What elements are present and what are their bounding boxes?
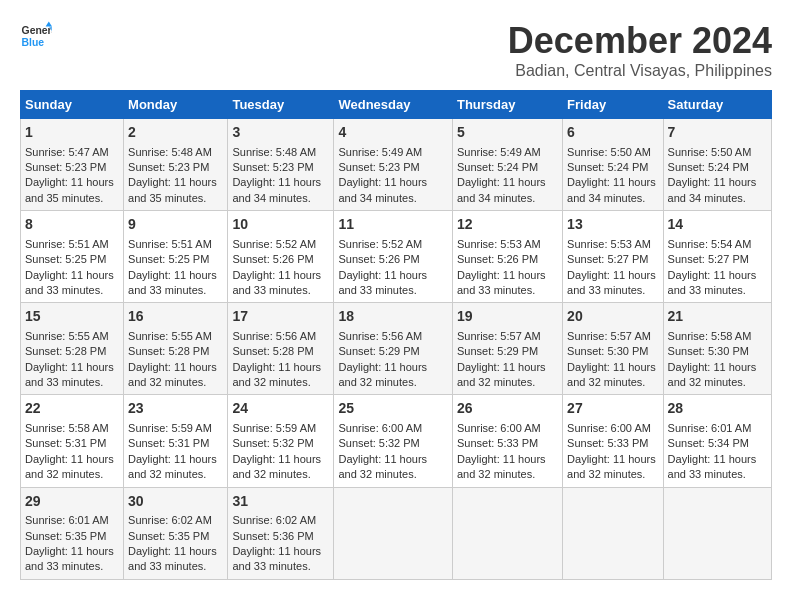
calendar-cell: 9Sunrise: 5:51 AMSunset: 5:25 PMDaylight…: [124, 211, 228, 303]
date-number: 12: [457, 215, 558, 235]
calendar-cell: 11Sunrise: 5:52 AMSunset: 5:26 PMDayligh…: [334, 211, 453, 303]
header: General Blue December 2024 Badian, Centr…: [20, 20, 772, 80]
sunrise-text: Sunrise: 5:58 AM: [25, 422, 109, 434]
sunrise-text: Sunrise: 5:49 AM: [457, 146, 541, 158]
calendar-cell: 31Sunrise: 6:02 AMSunset: 5:36 PMDayligh…: [228, 487, 334, 579]
sunrise-text: Sunrise: 5:59 AM: [128, 422, 212, 434]
title-area: December 2024 Badian, Central Visayas, P…: [508, 20, 772, 80]
week-row-3: 15Sunrise: 5:55 AMSunset: 5:28 PMDayligh…: [21, 303, 772, 395]
sunrise-text: Sunrise: 6:02 AM: [128, 514, 212, 526]
page-subtitle: Badian, Central Visayas, Philippines: [508, 62, 772, 80]
date-number: 10: [232, 215, 329, 235]
daylight-text: Daylight: 11 hours and 32 minutes.: [128, 361, 217, 388]
date-number: 15: [25, 307, 119, 327]
daylight-text: Daylight: 11 hours and 33 minutes.: [668, 269, 757, 296]
calendar-cell: [663, 487, 771, 579]
date-number: 19: [457, 307, 558, 327]
logo-icon: General Blue: [20, 20, 52, 52]
daylight-text: Daylight: 11 hours and 32 minutes.: [338, 453, 427, 480]
sunrise-text: Sunrise: 5:52 AM: [338, 238, 422, 250]
sunset-text: Sunset: 5:31 PM: [25, 437, 106, 449]
calendar-cell: 2Sunrise: 5:48 AMSunset: 5:23 PMDaylight…: [124, 119, 228, 211]
date-number: 8: [25, 215, 119, 235]
sunset-text: Sunset: 5:33 PM: [457, 437, 538, 449]
sunset-text: Sunset: 5:26 PM: [232, 253, 313, 265]
daylight-text: Daylight: 11 hours and 34 minutes.: [567, 176, 656, 203]
calendar-cell: 24Sunrise: 5:59 AMSunset: 5:32 PMDayligh…: [228, 395, 334, 487]
sunrise-text: Sunrise: 5:56 AM: [232, 330, 316, 342]
calendar-cell: 7Sunrise: 5:50 AMSunset: 5:24 PMDaylight…: [663, 119, 771, 211]
sunset-text: Sunset: 5:26 PM: [457, 253, 538, 265]
calendar-cell: 23Sunrise: 5:59 AMSunset: 5:31 PMDayligh…: [124, 395, 228, 487]
date-number: 28: [668, 399, 767, 419]
sunset-text: Sunset: 5:23 PM: [338, 161, 419, 173]
sunrise-text: Sunrise: 5:57 AM: [567, 330, 651, 342]
date-number: 22: [25, 399, 119, 419]
svg-marker-2: [46, 22, 52, 27]
week-row-5: 29Sunrise: 6:01 AMSunset: 5:35 PMDayligh…: [21, 487, 772, 579]
date-number: 9: [128, 215, 223, 235]
sunrise-text: Sunrise: 5:48 AM: [128, 146, 212, 158]
calendar-cell: 3Sunrise: 5:48 AMSunset: 5:23 PMDaylight…: [228, 119, 334, 211]
daylight-text: Daylight: 11 hours and 34 minutes.: [668, 176, 757, 203]
sunset-text: Sunset: 5:35 PM: [25, 530, 106, 542]
daylight-text: Daylight: 11 hours and 33 minutes.: [25, 361, 114, 388]
date-number: 13: [567, 215, 658, 235]
date-number: 31: [232, 492, 329, 512]
daylight-text: Daylight: 11 hours and 33 minutes.: [25, 545, 114, 572]
sunrise-text: Sunrise: 5:52 AM: [232, 238, 316, 250]
calendar-cell: 16Sunrise: 5:55 AMSunset: 5:28 PMDayligh…: [124, 303, 228, 395]
daylight-text: Daylight: 11 hours and 32 minutes.: [567, 453, 656, 480]
sunset-text: Sunset: 5:29 PM: [338, 345, 419, 357]
calendar-cell: [563, 487, 663, 579]
daylight-text: Daylight: 11 hours and 32 minutes.: [457, 361, 546, 388]
daylight-text: Daylight: 11 hours and 33 minutes.: [128, 545, 217, 572]
day-header-saturday: Saturday: [663, 91, 771, 119]
date-number: 2: [128, 123, 223, 143]
daylight-text: Daylight: 11 hours and 33 minutes.: [128, 269, 217, 296]
sunrise-text: Sunrise: 6:01 AM: [668, 422, 752, 434]
day-header-sunday: Sunday: [21, 91, 124, 119]
calendar-cell: 15Sunrise: 5:55 AMSunset: 5:28 PMDayligh…: [21, 303, 124, 395]
date-number: 4: [338, 123, 448, 143]
sunset-text: Sunset: 5:30 PM: [668, 345, 749, 357]
page-title: December 2024: [508, 20, 772, 62]
calendar-cell: 20Sunrise: 5:57 AMSunset: 5:30 PMDayligh…: [563, 303, 663, 395]
daylight-text: Daylight: 11 hours and 33 minutes.: [567, 269, 656, 296]
date-number: 17: [232, 307, 329, 327]
date-number: 3: [232, 123, 329, 143]
sunset-text: Sunset: 5:24 PM: [457, 161, 538, 173]
sunrise-text: Sunrise: 5:47 AM: [25, 146, 109, 158]
date-number: 18: [338, 307, 448, 327]
date-number: 1: [25, 123, 119, 143]
sunrise-text: Sunrise: 6:02 AM: [232, 514, 316, 526]
sunset-text: Sunset: 5:23 PM: [128, 161, 209, 173]
daylight-text: Daylight: 11 hours and 32 minutes.: [567, 361, 656, 388]
sunset-text: Sunset: 5:36 PM: [232, 530, 313, 542]
date-number: 26: [457, 399, 558, 419]
calendar-cell: 13Sunrise: 5:53 AMSunset: 5:27 PMDayligh…: [563, 211, 663, 303]
sunset-text: Sunset: 5:35 PM: [128, 530, 209, 542]
daylight-text: Daylight: 11 hours and 32 minutes.: [25, 453, 114, 480]
date-number: 24: [232, 399, 329, 419]
sunset-text: Sunset: 5:30 PM: [567, 345, 648, 357]
daylight-text: Daylight: 11 hours and 33 minutes.: [25, 269, 114, 296]
date-number: 21: [668, 307, 767, 327]
calendar-cell: 30Sunrise: 6:02 AMSunset: 5:35 PMDayligh…: [124, 487, 228, 579]
day-header-wednesday: Wednesday: [334, 91, 453, 119]
calendar-cell: [334, 487, 453, 579]
daylight-text: Daylight: 11 hours and 33 minutes.: [457, 269, 546, 296]
sunrise-text: Sunrise: 5:55 AM: [25, 330, 109, 342]
sunrise-text: Sunrise: 6:00 AM: [457, 422, 541, 434]
sunrise-text: Sunrise: 5:51 AM: [128, 238, 212, 250]
sunset-text: Sunset: 5:28 PM: [25, 345, 106, 357]
daylight-text: Daylight: 11 hours and 34 minutes.: [232, 176, 321, 203]
daylight-text: Daylight: 11 hours and 32 minutes.: [232, 361, 321, 388]
sunrise-text: Sunrise: 5:48 AM: [232, 146, 316, 158]
calendar-cell: 8Sunrise: 5:51 AMSunset: 5:25 PMDaylight…: [21, 211, 124, 303]
calendar-cell: 1Sunrise: 5:47 AMSunset: 5:23 PMDaylight…: [21, 119, 124, 211]
calendar-cell: [452, 487, 562, 579]
date-number: 23: [128, 399, 223, 419]
daylight-text: Daylight: 11 hours and 32 minutes.: [338, 361, 427, 388]
daylight-text: Daylight: 11 hours and 35 minutes.: [128, 176, 217, 203]
